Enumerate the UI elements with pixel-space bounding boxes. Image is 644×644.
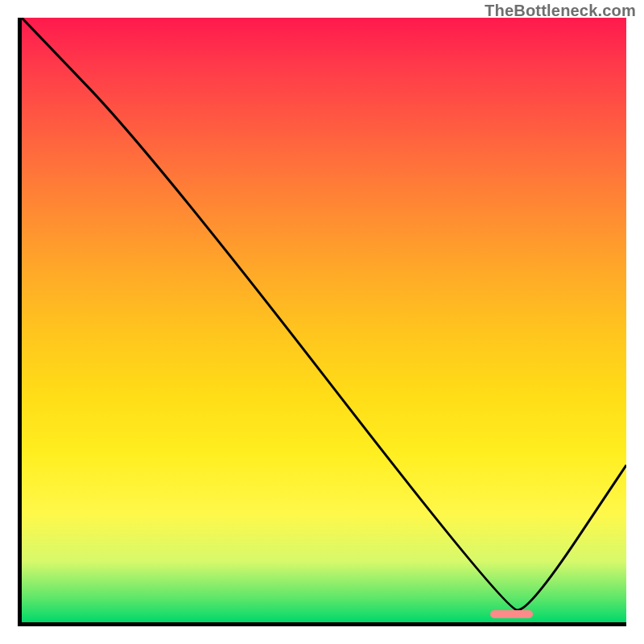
marker-layer — [22, 18, 626, 622]
chart-frame: TheBottleneck.com — [0, 0, 644, 644]
optimal-range-marker — [490, 610, 533, 618]
plot-area — [18, 18, 626, 626]
